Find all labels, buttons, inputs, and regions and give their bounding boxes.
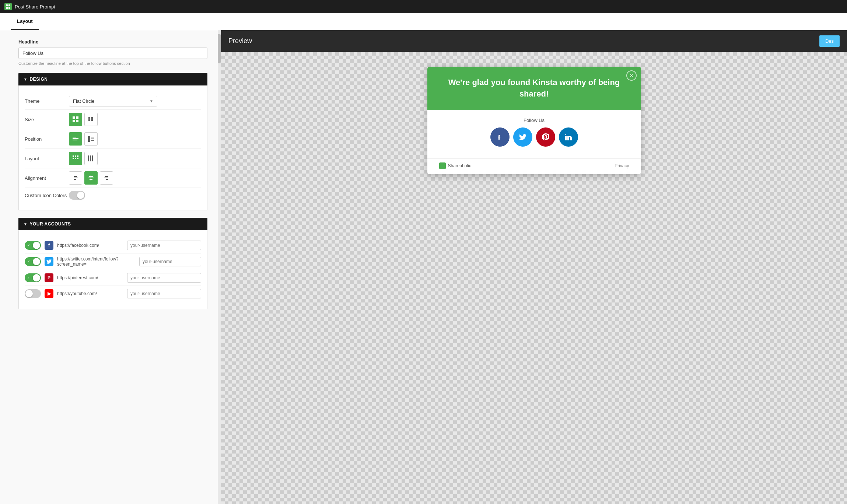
svg-rect-9 [91, 117, 93, 119]
svg-rect-34 [88, 178, 94, 178]
layout-label: Layout [25, 156, 69, 161]
toggle-check-icon: ✓ [27, 244, 30, 247]
facebook-social-button[interactable] [490, 127, 510, 147]
svg-rect-28 [73, 175, 73, 181]
facebook-toggle[interactable]: ✓ [25, 241, 41, 250]
shareaholic-logo: Shareaholic [439, 162, 471, 169]
toggle-check-icon-pi: ✓ [27, 276, 30, 280]
toggle-on-knob-tw [33, 258, 40, 265]
youtube-icon: ▶ [45, 289, 53, 298]
modal-header: We're glad you found Kinsta worthy of be… [427, 67, 641, 110]
tab-layout[interactable]: Layout [11, 13, 39, 30]
page-title: Post Share Prompt [15, 4, 55, 10]
twitter-username-input[interactable] [139, 257, 201, 266]
headline-input[interactable] [18, 48, 207, 59]
preview-area: We're glad you found Kinsta worthy of be… [221, 52, 847, 504]
svg-rect-10 [88, 119, 90, 121]
facebook-username-input[interactable] [127, 241, 201, 250]
facebook-icon: f [45, 241, 53, 250]
align-right-button[interactable] [100, 171, 113, 185]
pinterest-social-button[interactable] [536, 127, 555, 147]
svg-rect-36 [109, 175, 109, 181]
design-section-header[interactable]: ▼ DESIGN [18, 73, 207, 85]
svg-rect-25 [88, 155, 89, 161]
pinterest-toggle[interactable]: ✓ [25, 273, 41, 282]
position-icon-button[interactable] [84, 132, 98, 146]
svg-rect-5 [76, 116, 78, 119]
svg-rect-31 [74, 179, 76, 180]
headline-section: Headline Customize the headline at the t… [18, 39, 207, 66]
accounts-chevron-icon: ▼ [24, 222, 27, 226]
size-label: Size [25, 117, 69, 122]
size-small-button[interactable] [84, 113, 98, 126]
scroll-track[interactable] [218, 30, 221, 504]
linkedin-social-button[interactable] [559, 127, 578, 147]
svg-rect-22 [73, 158, 74, 159]
layout-list-button[interactable] [84, 152, 98, 165]
svg-rect-12 [73, 137, 76, 137]
twitter-url: https://twitter.com/intent/follow?screen… [57, 256, 136, 267]
right-panel: Preview Des We're glad you found Kinsta … [221, 30, 847, 504]
align-left-button[interactable] [69, 171, 82, 185]
svg-rect-2 [6, 7, 8, 9]
pinterest-account-row: ✓ P https://pinterest.com/ [25, 270, 201, 286]
svg-rect-33 [89, 176, 93, 177]
position-row: Position [25, 129, 201, 149]
headline-hint: Customize the headline at the top of the… [18, 61, 207, 66]
youtube-account-row: ▶ https://youtube.com/ [25, 286, 201, 301]
twitter-social-button[interactable] [513, 127, 532, 147]
theme-control: Flat Circle ▼ [69, 96, 157, 106]
svg-rect-16 [91, 137, 94, 137]
svg-rect-27 [92, 155, 93, 161]
custom-icon-colors-label: Custom Icon Colors [25, 193, 69, 198]
svg-rect-21 [77, 155, 78, 157]
accounts-label: YOUR ACCOUNTS [29, 221, 71, 227]
privacy-link[interactable]: Privacy [615, 163, 629, 168]
app-icon [4, 3, 12, 10]
svg-rect-0 [6, 4, 8, 6]
svg-rect-39 [106, 179, 108, 180]
left-panel: Headline Customize the headline at the t… [0, 30, 221, 504]
svg-rect-30 [74, 178, 78, 178]
svg-rect-37 [105, 176, 108, 177]
theme-label: Theme [25, 98, 69, 104]
toggle-on-knob [33, 242, 40, 249]
svg-rect-17 [91, 139, 94, 139]
custom-icon-colors-row: Custom Icon Colors ✕ [25, 188, 201, 203]
twitter-toggle[interactable]: ✓ [25, 257, 41, 266]
position-label: Position [25, 136, 69, 142]
alignment-control [69, 171, 113, 185]
headline-label: Headline [18, 39, 207, 45]
main-layout: Headline Customize the headline at the t… [0, 30, 847, 504]
youtube-username-input[interactable] [127, 289, 201, 298]
svg-rect-7 [76, 120, 78, 122]
youtube-toggle[interactable] [25, 289, 41, 298]
pinterest-username-input[interactable] [127, 273, 201, 283]
svg-rect-3 [8, 7, 10, 9]
tab-bar: Layout [0, 13, 847, 30]
twitter-account-row: ✓ https://twitter.com/intent/follow?scre… [25, 253, 201, 270]
layout-control [69, 152, 98, 165]
preview-modal: We're glad you found Kinsta worthy of be… [427, 67, 641, 174]
size-control [69, 113, 98, 126]
svg-rect-24 [77, 158, 78, 159]
theme-dropdown[interactable]: Flat Circle ▼ [69, 96, 157, 106]
svg-rect-6 [73, 120, 75, 122]
pinterest-icon: P [45, 273, 53, 282]
your-accounts-header[interactable]: ▼ YOUR ACCOUNTS [18, 218, 207, 230]
design-chevron-icon: ▼ [24, 77, 27, 81]
modal-close-button[interactable]: ✕ [626, 70, 637, 81]
custom-icon-colors-toggle[interactable]: ✕ [69, 191, 85, 200]
toggle-on-knob-pi [33, 274, 40, 281]
shareaholic-text: Shareaholic [448, 163, 471, 168]
des-button[interactable]: Des [819, 35, 840, 47]
scroll-thumb[interactable] [218, 34, 221, 63]
position-text-button[interactable] [69, 132, 82, 146]
size-large-button[interactable] [69, 113, 82, 126]
svg-rect-38 [104, 178, 108, 178]
modal-footer: Shareaholic Privacy [427, 158, 641, 174]
align-center-button[interactable] [84, 171, 98, 185]
custom-icon-colors-control: ✕ [69, 191, 85, 200]
svg-rect-15 [88, 136, 90, 142]
layout-grid-button[interactable] [69, 152, 82, 165]
